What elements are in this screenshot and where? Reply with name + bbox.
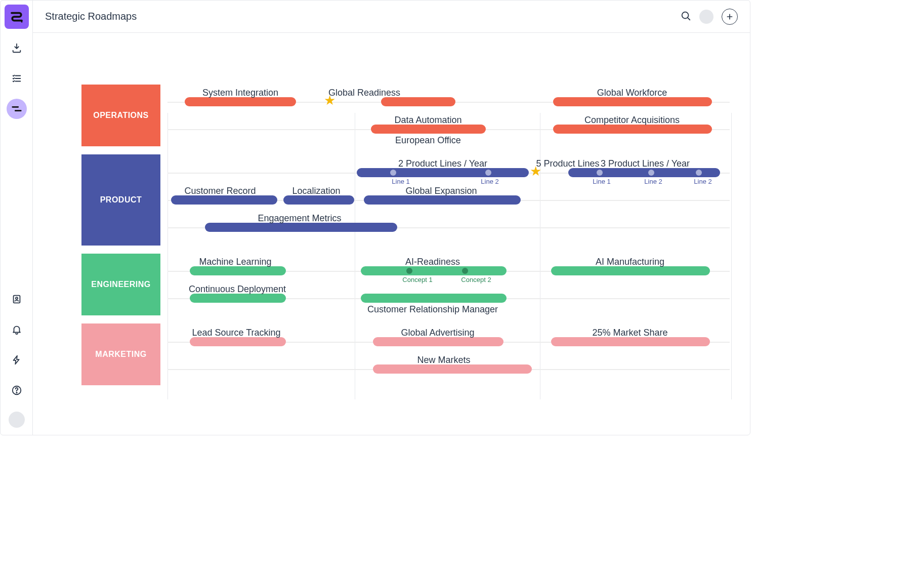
swimlane-operations[interactable]: OPERATIONS xyxy=(81,85,160,146)
list-nav-icon[interactable] xyxy=(7,68,27,89)
bar-engagement-metrics[interactable] xyxy=(205,223,397,232)
marker-concept2[interactable] xyxy=(462,268,468,274)
user-avatar-bottom[interactable] xyxy=(9,412,25,428)
label-customer-record: Customer Record xyxy=(184,186,256,196)
column-separator xyxy=(731,113,732,399)
label-ai-manufacturing: AI Manufacturing xyxy=(596,257,664,267)
app-sidebar xyxy=(1,1,33,435)
label-global-expansion: Global Expansion xyxy=(405,186,477,196)
column-separator xyxy=(167,113,168,399)
contact-icon xyxy=(11,294,22,305)
label-global-workforce: Global Workforce xyxy=(597,88,667,98)
label-p-line2a: Line 2 xyxy=(481,178,498,185)
app-logo[interactable] xyxy=(5,5,29,29)
topbar: Strategic Roadmaps xyxy=(33,1,750,33)
bell-icon xyxy=(11,324,22,335)
swimlane-engineering[interactable]: ENGINEERING xyxy=(81,254,160,315)
label-3-product-lines: 3 Product Lines / Year xyxy=(601,158,690,169)
bar-global-workforce[interactable] xyxy=(553,97,712,106)
label-data-automation: Data Automation xyxy=(394,115,461,126)
bar-global-expansion[interactable] xyxy=(364,195,521,205)
bar-25-share[interactable] xyxy=(551,337,710,346)
marker-p-line2b[interactable] xyxy=(648,170,654,176)
marker-p-line2a[interactable] xyxy=(485,170,491,176)
column-separator xyxy=(540,113,540,399)
label-crm: Customer Relationship Manager xyxy=(367,304,498,315)
page-title: Strategic Roadmaps xyxy=(45,11,137,22)
swimlane-marketing[interactable]: MARKETING xyxy=(81,323,160,385)
plus-icon xyxy=(726,13,734,21)
label-p-line2c: Line 2 xyxy=(694,178,711,185)
label-ml: Machine Learning xyxy=(199,257,271,267)
user-avatar[interactable] xyxy=(699,10,713,24)
help-nav-icon[interactable] xyxy=(7,380,27,400)
marker-concept1[interactable] xyxy=(406,268,412,274)
roadmap-nav-icon[interactable] xyxy=(7,99,27,119)
bar-ai-manufacturing[interactable] xyxy=(551,266,710,275)
label-sys-integration: System Integration xyxy=(202,88,278,98)
column-separator xyxy=(355,113,355,399)
label-european-office: European Office xyxy=(395,135,461,146)
label-25-share: 25% Market Share xyxy=(592,328,667,338)
bar-ml[interactable] xyxy=(190,266,286,275)
bar-global-readiness[interactable] xyxy=(381,97,455,106)
label-p-line1b: Line 1 xyxy=(593,178,610,185)
label-p-line2b: Line 2 xyxy=(644,178,662,185)
svg-point-5 xyxy=(682,12,689,18)
label-new-markets: New Markets xyxy=(417,355,470,366)
bar-customer-record[interactable] xyxy=(171,195,277,205)
bar-lead-source[interactable] xyxy=(190,337,286,346)
label-engagement-metrics: Engagement Metrics xyxy=(258,213,341,224)
bar-ai-readiness[interactable] xyxy=(361,266,507,275)
bar-crm[interactable] xyxy=(361,294,507,303)
import-nav-icon[interactable] xyxy=(7,38,27,58)
svg-point-4 xyxy=(16,392,17,393)
bar-cd[interactable] xyxy=(190,294,286,303)
bar-2-product-lines[interactable] xyxy=(357,168,529,177)
add-button[interactable] xyxy=(722,9,738,25)
marker-p-line1b[interactable] xyxy=(597,170,603,176)
bar-competitor-acq[interactable] xyxy=(553,125,712,134)
label-global-readiness: Global Readiness xyxy=(328,88,400,98)
bar-data-automation[interactable] xyxy=(371,125,486,134)
label-competitor-acq: Competitor Acquisitions xyxy=(584,115,680,126)
svg-point-0 xyxy=(21,21,22,23)
svg-point-2 xyxy=(15,297,17,299)
download-icon xyxy=(11,43,22,54)
marker-p-line2c[interactable] xyxy=(696,170,702,176)
milestone-star-global-readiness[interactable]: ★ xyxy=(324,93,335,108)
roadmap-logo-icon xyxy=(9,9,24,24)
label-p-line1a: Line 1 xyxy=(392,178,409,185)
bar-new-markets[interactable] xyxy=(373,364,532,374)
notifications-nav-icon[interactable] xyxy=(7,319,27,340)
label-lead-source: Lead Source Tracking xyxy=(192,328,280,338)
label-localization: Localization xyxy=(292,186,340,196)
label-5-product-lines: 5 Product Lines xyxy=(536,158,599,169)
label-2-product-lines: 2 Product Lines / Year xyxy=(398,158,487,169)
label-ai-readiness: AI-Readiness xyxy=(405,257,460,267)
contacts-nav-icon[interactable] xyxy=(7,289,27,309)
marker-p-line1a[interactable] xyxy=(390,170,396,176)
search-icon xyxy=(680,10,691,21)
label-concept1: Concept 1 xyxy=(402,276,432,283)
list-check-icon xyxy=(11,73,22,84)
help-icon xyxy=(11,385,22,396)
search-button[interactable] xyxy=(680,10,691,23)
bar-sys-integration[interactable] xyxy=(185,97,296,106)
label-global-adv: Global Advertising xyxy=(401,328,474,338)
bar-localization[interactable] xyxy=(283,195,354,205)
label-concept2: Concept 2 xyxy=(461,276,491,283)
bar-global-adv[interactable] xyxy=(373,337,503,346)
timeline-icon xyxy=(11,103,22,114)
bolt-icon xyxy=(11,354,22,366)
power-nav-icon[interactable] xyxy=(7,350,27,370)
swimlane-product[interactable]: PRODUCT xyxy=(81,154,160,246)
label-cd: Continuous Deployment xyxy=(189,284,286,295)
roadmap-canvas[interactable]: OPERATIONSPRODUCTENGINEERINGMARKETINGSys… xyxy=(33,33,750,435)
